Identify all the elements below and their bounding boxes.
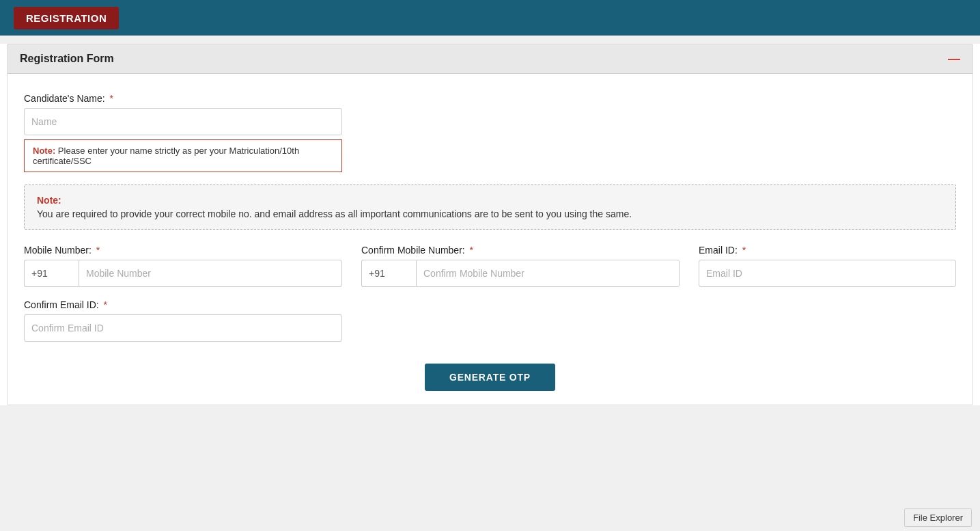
mobile-country-code: +91 — [24, 260, 79, 287]
file-explorer-button[interactable]: File Explorer — [904, 508, 972, 527]
confirm-mobile-number-input[interactable] — [416, 260, 680, 287]
email-id-group: Email ID: * — [699, 245, 956, 287]
generate-otp-button[interactable]: GENERATE OTP — [425, 364, 555, 391]
candidates-name-input[interactable] — [24, 108, 342, 135]
candidates-name-group: Candidate's Name: * Note: Please enter y… — [24, 93, 956, 172]
confirm-mobile-country-code: +91 — [361, 260, 416, 287]
email-id-label: Email ID: * — [699, 245, 956, 256]
confirm-email-group: Confirm Email ID: * — [24, 299, 342, 342]
header-bar: REGISTRATION — [0, 0, 980, 36]
mobile-email-row: Mobile Number: * +91 Confirm Mobile Numb… — [24, 245, 956, 287]
main-content: Registration Form — Candidate's Name: * … — [0, 44, 980, 405]
mobile-number-group: Mobile Number: * +91 — [24, 245, 342, 287]
confirm-mobile-group: Confirm Mobile Number: * +91 — [361, 245, 680, 287]
required-star-confirm-mobile: * — [470, 245, 473, 256]
minimize-button[interactable]: — — [948, 53, 960, 65]
name-note-text: Please enter your name strictly as per y… — [33, 146, 299, 166]
confirm-email-input[interactable] — [24, 314, 342, 342]
mobile-input-wrapper: +91 — [24, 260, 342, 287]
required-star-email: * — [742, 245, 746, 256]
info-note-label: Note: — [37, 195, 943, 206]
name-note-label: Note: — [33, 146, 55, 156]
email-id-input[interactable] — [699, 260, 956, 287]
name-field-wrapper: Note: Please enter your name strictly as… — [24, 108, 342, 172]
header-title: REGISTRATION — [14, 7, 119, 29]
required-star: * — [110, 93, 113, 104]
generate-otp-row: GENERATE OTP — [24, 364, 956, 391]
form-body: Candidate's Name: * Note: Please enter y… — [8, 74, 972, 405]
confirm-email-row: Confirm Email ID: * — [24, 299, 956, 342]
candidates-name-label: Candidate's Name: * — [24, 93, 956, 104]
info-note-text: You are required to provide your correct… — [37, 208, 632, 219]
confirm-mobile-input-wrapper: +91 — [361, 260, 680, 287]
mobile-number-label: Mobile Number: * — [24, 245, 342, 256]
form-card-header: Registration Form — — [8, 44, 972, 74]
required-star-mobile: * — [96, 245, 100, 256]
mobile-number-input[interactable] — [79, 260, 342, 287]
name-note-box: Note: Please enter your name strictly as… — [24, 139, 342, 172]
form-card: Registration Form — Candidate's Name: * … — [7, 44, 973, 405]
form-card-title: Registration Form — [20, 53, 114, 65]
confirm-mobile-label: Confirm Mobile Number: * — [361, 245, 680, 256]
required-star-confirm-email: * — [104, 299, 107, 310]
confirm-email-label: Confirm Email ID: * — [24, 299, 342, 310]
file-explorer-area: File Explorer — [896, 504, 980, 531]
info-note-box: Note: You are required to provide your c… — [24, 185, 956, 230]
